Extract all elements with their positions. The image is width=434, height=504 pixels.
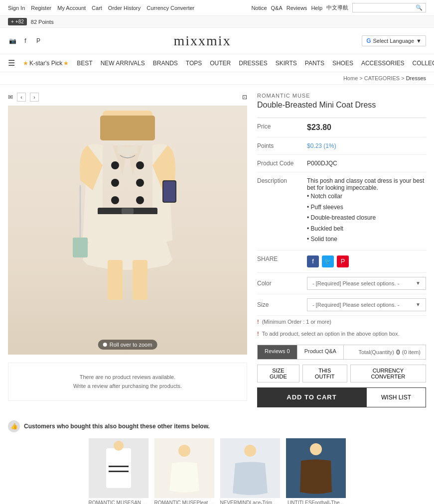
- add-to-cart-button[interactable]: ADD TO CART: [257, 387, 366, 407]
- share-label: SHARE: [257, 255, 307, 262]
- option-notice: ! To add product, select an option in th…: [257, 328, 426, 340]
- nav-best[interactable]: BEST: [77, 60, 92, 67]
- svg-rect-11: [163, 181, 175, 202]
- search-input[interactable]: [356, 5, 416, 11]
- twitter-share[interactable]: 🐦: [322, 255, 334, 267]
- svg-rect-20: [109, 471, 129, 472]
- description-row: Description This posh and classy coat dr…: [257, 172, 426, 251]
- nav-collection[interactable]: COLLECTION: [413, 60, 434, 67]
- facebook-share[interactable]: f: [307, 255, 319, 267]
- related-image-2: [154, 438, 214, 498]
- nav-shoes[interactable]: SHOES: [332, 60, 353, 67]
- svg-point-3: [136, 161, 144, 169]
- pinterest-share[interactable]: P: [337, 255, 349, 267]
- svg-point-2: [111, 161, 119, 169]
- nav-tops[interactable]: TOPS: [186, 60, 202, 67]
- notice-dot2: !: [257, 331, 259, 337]
- svg-rect-17: [106, 448, 131, 488]
- related-image-4: [286, 438, 346, 498]
- points-row: Points $0.23 (1%): [257, 137, 426, 155]
- product-qa-tab[interactable]: Product Q&A: [297, 345, 344, 359]
- color-dropdown[interactable]: - [Required] Please select options. - ▼: [307, 277, 426, 290]
- points-label: 82 Points: [31, 19, 54, 25]
- reviews-tab[interactable]: Reviews 0: [258, 345, 297, 359]
- my-account-link[interactable]: My Account: [57, 5, 86, 11]
- product-code-row: Product Code P000DJQC: [257, 155, 426, 172]
- color-label: Color: [257, 280, 307, 287]
- related-name-2: ROMANTIC MUSEPleat A...: [154, 500, 214, 504]
- product-name: Double-Breasted Mini Coat Dress: [257, 101, 426, 110]
- help-link[interactable]: Help: [311, 5, 322, 11]
- qa-link[interactable]: Q&A: [271, 5, 283, 11]
- related-name-4: UNTITLESFootball-The...: [286, 500, 346, 504]
- nav-brands[interactable]: BRANDS: [153, 60, 178, 67]
- nav-accessories[interactable]: ACCESSORIES: [361, 60, 405, 67]
- total-unit: (0 item): [402, 349, 421, 355]
- google-logo: G: [366, 37, 371, 44]
- product-tabs: Reviews 0 Product Q&A Total(Quantity) 0 …: [257, 345, 426, 360]
- review-box: There are no product reviews available. …: [8, 363, 247, 401]
- svg-rect-13: [73, 238, 88, 257]
- desc-item: Notch collar: [307, 191, 426, 202]
- hamburger-menu[interactable]: ☰: [8, 58, 15, 68]
- this-outfit-btn[interactable]: THIS OUTFIT: [302, 365, 347, 382]
- prev-image-btn[interactable]: ‹: [17, 93, 26, 102]
- related-item[interactable]: NEVERMINDLace-Trimme... $58: [220, 438, 280, 504]
- order-history-link[interactable]: Order History: [108, 5, 141, 11]
- currency-converter-btn[interactable]: CURRENCY CONVERTER: [350, 365, 426, 382]
- facebook-icon[interactable]: f: [21, 36, 30, 45]
- nav-new-arrivals[interactable]: NEW ARRIVALS: [101, 60, 145, 67]
- size-guide-btn[interactable]: SIZE GUIDE: [257, 365, 299, 382]
- svg-rect-9: [122, 208, 134, 214]
- instagram-icon[interactable]: 📷: [8, 36, 17, 45]
- nav-skirts[interactable]: SKIRTS: [276, 60, 297, 67]
- product-code-value: P000DJQC: [307, 160, 426, 167]
- desc-item: Double-breasted closure: [307, 213, 426, 224]
- nav-pants[interactable]: PANTS: [305, 60, 324, 67]
- svg-point-22: [178, 445, 190, 457]
- search-icon[interactable]: 🔍: [416, 4, 423, 11]
- cart-link[interactable]: Cart: [92, 5, 102, 11]
- size-dropdown[interactable]: - [Required] Please select options. - ▼: [307, 298, 426, 311]
- notice-link[interactable]: Notice: [251, 5, 267, 11]
- email-icon[interactable]: ✉: [8, 94, 13, 101]
- breadcrumb-home[interactable]: Home: [343, 75, 358, 81]
- nav-dresses[interactable]: DRESSES: [239, 60, 267, 67]
- sign-in-link[interactable]: Sign In: [8, 5, 25, 11]
- size-label: Size: [257, 301, 307, 308]
- search-box[interactable]: 🔍: [352, 3, 426, 12]
- nav-kstar[interactable]: ★ K-star's Pick ★: [23, 60, 69, 67]
- register-link[interactable]: Register: [31, 5, 51, 11]
- min-order-notice: ! (Minimum Order : 1 or more): [257, 316, 426, 328]
- notice-dot: !: [257, 319, 259, 325]
- info-table: Price $23.80 Points $0.23 (1%) Product C…: [257, 118, 426, 273]
- svg-rect-15: [133, 260, 147, 300]
- related-item[interactable]: UNTITLESFootball-The... $22.80: [286, 438, 346, 504]
- utility-buttons: SIZE GUIDE THIS OUTFIT CURRENCY CONVERTE…: [257, 365, 426, 382]
- image-nav: ✉ ‹ › ⊡: [8, 93, 247, 102]
- review-line1: There are no product reviews available.: [18, 373, 237, 382]
- nav-outer[interactable]: OUTER: [210, 60, 231, 67]
- expand-icon[interactable]: ⊡: [242, 94, 247, 101]
- wish-list-button[interactable]: WISH LIST: [366, 387, 426, 407]
- related-item[interactable]: ROMANTIC MUSEPleat A... $27.30: [154, 438, 214, 504]
- breadcrumb-categories[interactable]: CATEGORIES: [364, 75, 400, 81]
- desc-item: Solid tone: [307, 234, 426, 245]
- language-selector[interactable]: G Select Language ▼: [362, 35, 426, 46]
- dress-svg: [63, 111, 192, 350]
- color-placeholder: - [Required] Please select options. -: [312, 280, 399, 286]
- points-label: Points: [257, 142, 307, 149]
- main-product-image: Roll over to zoom: [8, 106, 247, 355]
- chinese-link[interactable]: 中文導航: [326, 4, 348, 11]
- related-grid: ROMANTIC MUSESAN FRA... $11.80 ROMANTIC …: [8, 438, 426, 504]
- svg-point-26: [310, 443, 322, 455]
- next-image-btn[interactable]: ›: [30, 93, 39, 102]
- star-icon-left: ★: [23, 60, 28, 67]
- related-item[interactable]: ROMANTIC MUSESAN FRA... $11.80: [89, 438, 148, 504]
- description-label: Description: [257, 177, 307, 184]
- currency-converter-link[interactable]: Currency Converter: [146, 5, 194, 11]
- pinterest-icon[interactable]: P: [34, 36, 43, 45]
- svg-rect-14: [108, 260, 123, 300]
- reviews-link[interactable]: Reviews: [287, 5, 307, 11]
- total-value: 0: [396, 348, 400, 356]
